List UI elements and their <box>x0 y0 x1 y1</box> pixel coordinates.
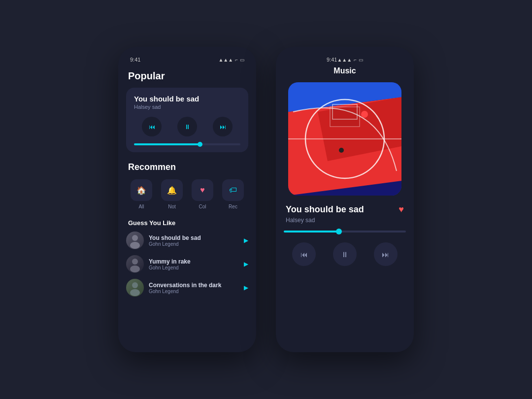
cat-col[interactable]: ♥ Col <box>192 179 213 209</box>
svg-point-1 <box>130 242 140 249</box>
signal-icon: ▲▲▲ <box>337 57 352 63</box>
cat-rec-icon: 🏷 <box>222 179 244 201</box>
song-name: Yummy in rake <box>149 258 239 265</box>
pause-button-right[interactable]: ⏸ <box>333 242 357 266</box>
popular-title: Popular <box>128 70 246 82</box>
cat-rec-label: Rec <box>229 204 237 209</box>
svg-point-3 <box>130 266 140 272</box>
prev-button[interactable]: ⏮ <box>142 117 162 136</box>
song-name: Conversations in the dark <box>149 282 239 289</box>
pause-button[interactable]: ⏸ <box>177 117 197 136</box>
play-icon: ▶ <box>244 237 248 244</box>
signal-icon: ▲▲▲ <box>218 57 233 63</box>
status-bar-left: 9:41 ▲▲▲ ⌐ ▭ <box>126 55 248 66</box>
now-playing-card: You should be sad Halsey sad ⏮ ⏸ ⏭ <box>126 88 248 152</box>
song-list: You should be sad Gohn Legend ▶ Yummy in… <box>126 232 248 297</box>
play-icon: ▶ <box>244 284 248 291</box>
status-icons-right: ▲▲▲ ⌐ ▭ <box>337 57 363 63</box>
progress-fill-right <box>284 231 339 233</box>
time-right: 9:41 <box>327 57 337 63</box>
pause-icon: ⏸ <box>184 123 191 131</box>
progress-bar-right[interactable] <box>284 231 406 233</box>
song-info: Yummy in rake Gohn Legend <box>149 258 239 270</box>
now-playing-subtitle: Halsey sad <box>134 104 240 110</box>
svg-point-0 <box>132 235 138 241</box>
cat-col-label: Col <box>199 204 206 209</box>
wifi-icon: ⌐ <box>354 57 357 63</box>
recommen-title: Recommen <box>128 162 246 172</box>
prev-icon: ⏮ <box>149 123 155 131</box>
next-button[interactable]: ⏭ <box>213 117 233 136</box>
prev-button-right[interactable]: ⏮ <box>292 242 316 266</box>
playback-controls: ⏮ ⏸ ⏭ <box>134 117 240 136</box>
now-playing-title: You should be sad <box>134 95 240 103</box>
left-phone: 9:41 ▲▲▲ ⌐ ▭ Popular You should be sad H… <box>118 47 256 352</box>
list-item[interactable]: Yummy in rake Gohn Legend ▶ <box>126 255 248 273</box>
list-item[interactable]: Conversations in the dark Gohn Legend ▶ <box>126 279 248 297</box>
track-title-row: You should be sad ♥ <box>284 204 406 215</box>
progress-fill <box>134 143 200 145</box>
avatar <box>126 232 144 249</box>
cat-not-label: Not <box>168 204 176 209</box>
song-name: You should be sad <box>149 234 239 241</box>
progress-bar[interactable] <box>134 143 240 145</box>
cat-col-icon: ♥ <box>192 179 213 201</box>
pause-icon: ⏸ <box>341 250 348 259</box>
next-icon: ⏭ <box>382 250 389 259</box>
svg-point-2 <box>132 259 138 265</box>
song-artist: Gohn Legend <box>149 265 239 270</box>
right-phone: 9:41 ▲▲▲ ⌐ ▭ Music <box>276 47 414 352</box>
cat-all[interactable]: 🏠 All <box>131 179 152 209</box>
favorite-button[interactable]: ♥ <box>399 204 404 215</box>
track-subtitle: Halsey sad <box>284 217 406 224</box>
svg-point-15 <box>339 148 344 153</box>
wifi-icon: ⌐ <box>235 57 238 63</box>
cat-all-label: All <box>138 204 144 209</box>
cat-all-icon: 🏠 <box>131 179 152 201</box>
status-icons-left: ▲▲▲ ⌐ ▭ <box>218 57 244 63</box>
cat-rec[interactable]: 🏷 Rec <box>222 179 244 209</box>
time-left: 9:41 <box>130 57 140 63</box>
guess-title: Guess You Like <box>128 219 246 227</box>
avatar <box>126 255 144 273</box>
prev-icon: ⏮ <box>300 250 308 259</box>
next-button-right[interactable]: ⏭ <box>374 242 398 266</box>
play-icon: ▶ <box>244 261 248 267</box>
battery-icon: ▭ <box>359 57 363 63</box>
song-info: You should be sad Gohn Legend <box>149 234 239 247</box>
cat-not[interactable]: 🔔 Not <box>161 179 183 209</box>
avatar <box>126 279 144 297</box>
page-title: Music <box>333 66 356 75</box>
status-bar-right: 9:41 ▲▲▲ ⌐ ▭ <box>323 55 367 66</box>
song-artist: Gohn Legend <box>149 241 239 247</box>
next-icon: ⏭ <box>220 123 226 131</box>
svg-point-5 <box>130 289 140 296</box>
progress-thumb-right <box>336 229 342 234</box>
playback-controls-right: ⏮ ⏸ ⏭ <box>284 242 406 266</box>
category-grid: 🏠 All 🔔 Not ♥ Col 🏷 Rec <box>126 179 248 209</box>
song-artist: Gohn Legend <box>149 289 239 294</box>
song-info: Conversations in the dark Gohn Legend <box>149 282 239 294</box>
progress-thumb <box>198 142 202 147</box>
svg-point-4 <box>132 282 138 288</box>
svg-point-14 <box>361 111 368 118</box>
list-item[interactable]: You should be sad Gohn Legend ▶ <box>126 232 248 249</box>
track-title: You should be sad <box>286 204 364 215</box>
album-art <box>288 82 401 196</box>
cat-not-icon: 🔔 <box>161 179 183 201</box>
battery-icon: ▭ <box>240 57 244 63</box>
svg-rect-16 <box>330 107 360 127</box>
